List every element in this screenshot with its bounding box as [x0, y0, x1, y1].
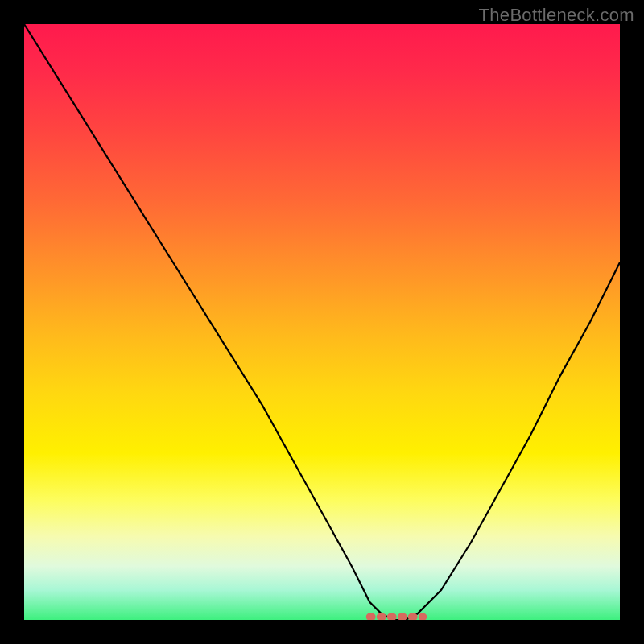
chart-frame: TheBottleneck.com [0, 0, 644, 644]
watermark-text: TheBottleneck.com [479, 5, 634, 26]
curve-path [24, 24, 620, 620]
plot-area [24, 24, 620, 620]
bottleneck-curve [24, 24, 620, 620]
